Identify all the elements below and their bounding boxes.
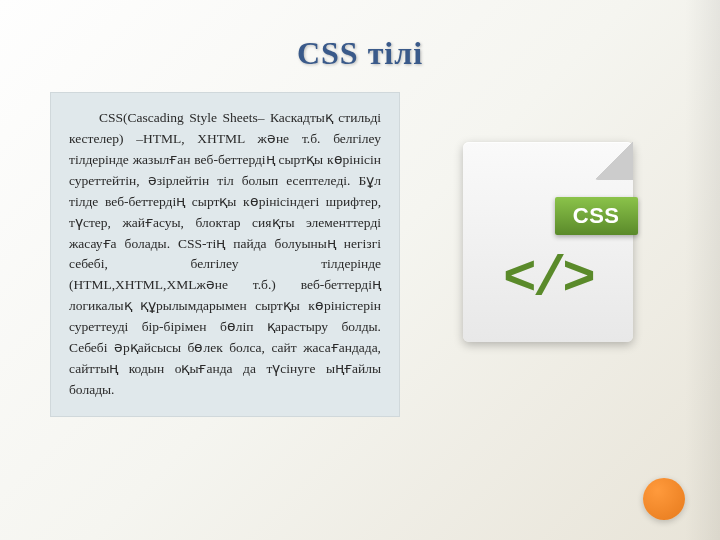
slide-title: CSS тілі	[50, 35, 670, 72]
file-page-shape: CSS </>	[463, 142, 633, 342]
illustration-block: CSS </>	[425, 92, 670, 352]
right-edge-shadow	[685, 0, 720, 540]
content-row: CSS(Cascading Style Sheets– Каскадтық ст…	[50, 92, 670, 417]
slide-container: CSS тілі CSS(Cascading Style Sheets– Кас…	[0, 0, 720, 540]
css-file-icon: CSS </>	[448, 132, 648, 352]
file-folded-corner-icon	[595, 142, 633, 180]
accent-circle-icon	[643, 478, 685, 520]
description-paragraph: CSS(Cascading Style Sheets– Каскадтық ст…	[69, 108, 381, 401]
code-angle-brackets-icon: </>	[503, 247, 592, 311]
description-text-block: CSS(Cascading Style Sheets– Каскадтық ст…	[50, 92, 400, 417]
css-badge-label: CSS	[555, 197, 638, 235]
